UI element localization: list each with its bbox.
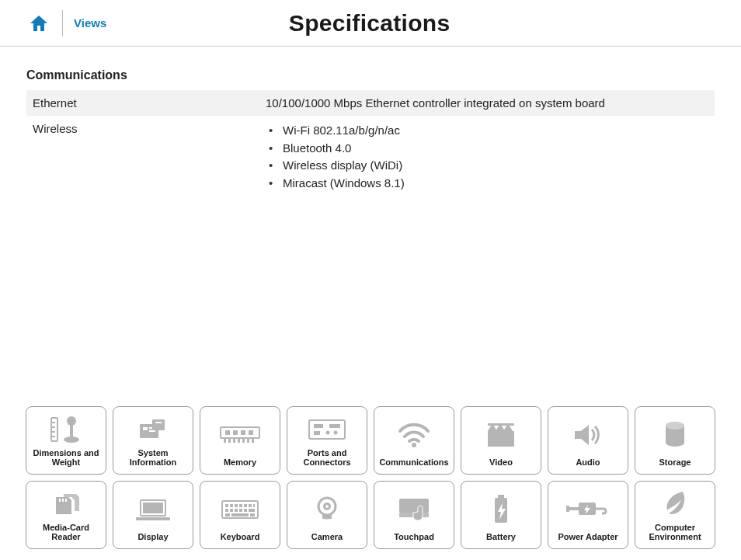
svg-rect-12 <box>155 422 162 423</box>
svg-rect-59 <box>249 509 255 512</box>
nav-tile-label: System Information <box>117 448 190 468</box>
svg-rect-26 <box>314 424 323 428</box>
svg-rect-74 <box>566 506 569 512</box>
table-row: Ethernet 10/100/1000 Mbps Ethernet contr… <box>26 90 715 116</box>
display-icon <box>134 486 172 532</box>
nav-tile-storage[interactable]: Storage <box>635 406 715 475</box>
nav-tile-label: Battery <box>486 532 516 542</box>
svg-rect-32 <box>488 431 514 447</box>
bullet-list: Wi-Fi 802.11a/b/g/n/ac Bluetooth 4.0 Wir… <box>266 122 708 192</box>
svg-rect-27 <box>329 424 340 428</box>
svg-marker-37 <box>575 425 589 445</box>
media-card-icon <box>50 486 82 523</box>
nav-tile-label: Communications <box>379 457 448 468</box>
memory-icon <box>219 412 261 457</box>
svg-rect-47 <box>225 504 228 507</box>
svg-rect-25 <box>309 420 345 439</box>
nav-tile-label: Keyboard <box>221 532 260 542</box>
nav-tile-communications[interactable]: Communications <box>374 406 454 475</box>
svg-rect-49 <box>235 504 238 507</box>
svg-rect-36 <box>488 423 514 426</box>
svg-rect-0 <box>51 418 57 441</box>
svg-rect-61 <box>231 513 249 517</box>
nav-tile-label: Display <box>137 532 168 542</box>
svg-rect-40 <box>59 499 61 502</box>
svg-rect-50 <box>239 504 242 507</box>
nav-tile-memory[interactable]: Memory <box>200 406 280 475</box>
svg-rect-42 <box>65 499 67 502</box>
svg-rect-28 <box>314 431 320 435</box>
spec-value: Wi-Fi 802.11a/b/g/n/ac Bluetooth 4.0 Wir… <box>259 116 715 198</box>
svg-rect-16 <box>241 430 245 435</box>
svg-point-30 <box>334 431 338 435</box>
svg-rect-23 <box>247 438 249 443</box>
svg-rect-52 <box>249 504 252 507</box>
ports-icon <box>308 412 346 448</box>
nav-tile-label: Power Adapter <box>558 532 618 542</box>
svg-rect-73 <box>568 507 579 510</box>
nav-tile-keyboard[interactable]: Keyboard <box>200 481 280 549</box>
svg-rect-45 <box>136 517 170 520</box>
nav-tile-label: Ports and Connectors <box>290 448 364 468</box>
svg-rect-51 <box>244 504 247 507</box>
nav-tile-ports[interactable]: Ports and Connectors <box>287 406 367 475</box>
svg-point-65 <box>325 505 329 508</box>
section-heading-communications: Communications <box>26 68 715 82</box>
svg-rect-8 <box>143 427 148 430</box>
battery-icon <box>492 486 510 532</box>
touchpad-icon <box>396 486 432 532</box>
svg-rect-24 <box>252 438 254 443</box>
nav-tile-label: Media-Card Reader <box>30 523 103 542</box>
svg-rect-21 <box>238 438 240 443</box>
dimensions-icon <box>48 412 84 448</box>
table-row: Wireless Wi-Fi 802.11a/b/g/n/ac Bluetoot… <box>26 116 715 198</box>
nav-tile-label: Storage <box>659 457 691 468</box>
nav-tile-environment[interactable]: Computer Environment <box>635 481 715 549</box>
communications-icon <box>397 412 431 457</box>
svg-rect-41 <box>62 499 64 502</box>
svg-rect-62 <box>250 513 255 517</box>
nav-tile-label: Camera <box>311 532 343 542</box>
list-item: Wi-Fi 802.11a/b/g/n/ac <box>269 122 708 140</box>
storage-icon <box>663 412 687 457</box>
nav-tile-label: Video <box>489 457 513 468</box>
nav-tile-battery[interactable]: Battery <box>461 481 541 549</box>
nav-tile-video[interactable]: Video <box>461 406 541 475</box>
spec-label: Ethernet <box>26 90 259 116</box>
nav-tile-dimensions[interactable]: Dimensions and Weight <box>26 406 106 475</box>
nav-tile-label: Memory <box>224 457 256 468</box>
svg-point-39 <box>666 422 684 430</box>
svg-rect-19 <box>228 438 231 443</box>
svg-rect-22 <box>242 438 245 443</box>
svg-rect-56 <box>235 509 238 512</box>
nav-tile-label: Audio <box>576 457 600 468</box>
nav-tile-label: Computer Environment <box>638 523 711 542</box>
spec-value: 10/100/1000 Mbps Ethernet controller int… <box>259 90 715 116</box>
svg-rect-14 <box>225 430 230 435</box>
page-title: Specifications <box>21 10 718 37</box>
nav-tile-media-card[interactable]: Media-Card Reader <box>26 481 106 549</box>
nav-tile-camera[interactable]: Camera <box>287 481 367 549</box>
list-item: Bluetooth 4.0 <box>269 140 708 158</box>
svg-rect-53 <box>253 504 255 507</box>
svg-point-6 <box>67 416 76 426</box>
spec-label: Wireless <box>26 116 259 198</box>
svg-rect-57 <box>239 509 242 512</box>
svg-rect-66 <box>399 499 429 513</box>
spec-table: Ethernet 10/100/1000 Mbps Ethernet contr… <box>26 90 715 198</box>
svg-rect-17 <box>249 430 253 435</box>
svg-rect-69 <box>498 495 504 498</box>
audio-icon <box>572 412 604 457</box>
nav-tile-label: Dimensions and Weight <box>30 448 103 468</box>
video-icon <box>485 412 517 457</box>
svg-rect-55 <box>230 509 233 512</box>
nav-tile-touchpad[interactable]: Touchpad <box>374 481 454 549</box>
svg-rect-54 <box>225 509 228 512</box>
svg-rect-10 <box>149 430 155 432</box>
nav-tile-system-information[interactable]: System Information <box>113 406 193 475</box>
nav-tile-display[interactable]: Display <box>113 481 193 549</box>
list-item: Miracast (Windows 8.1) <box>269 175 708 193</box>
nav-tile-audio[interactable]: Audio <box>548 406 628 475</box>
system-info-icon <box>135 412 171 448</box>
nav-tile-power-adapter[interactable]: Power Adapter <box>548 481 628 549</box>
